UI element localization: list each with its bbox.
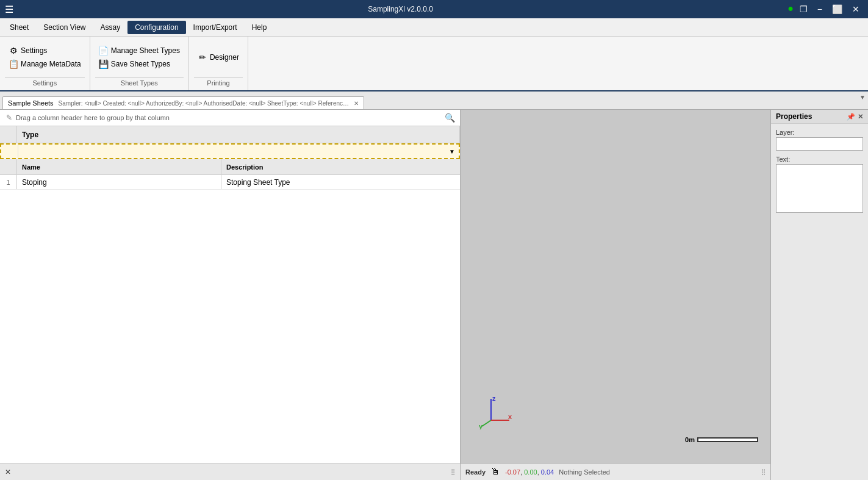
designer-button[interactable]: ✏ Designer — [194, 51, 243, 63]
maximize-btn[interactable]: ⬜ — [828, 3, 846, 15]
status-selected-text: Nothing Selected — [559, 468, 610, 476]
filter-dropdown-btn[interactable]: ▼ — [448, 147, 456, 156]
properties-controls: 📌 ✕ — [847, 113, 863, 121]
tab-info: Sampler: <null> Created: <null> Authoriz… — [59, 100, 351, 107]
sheet-types-icon: 📄 — [99, 46, 109, 56]
filter-row-num — [1, 145, 18, 158]
restore-btn[interactable]: ❐ — [796, 3, 811, 15]
row-number: 1 — [0, 175, 17, 189]
canvas-panel: z y x 0m Ready � — [461, 110, 770, 480]
table-row[interactable]: 1 Stoping Stoping Sheet Type — [0, 175, 460, 190]
tab-bar-scroll[interactable]: ▼ — [859, 94, 866, 101]
save-sheet-types-button[interactable]: 💾 Save Sheet Types — [95, 58, 184, 70]
settings-label: Settings — [21, 46, 47, 55]
settings-button[interactable]: ⚙ Settings — [5, 45, 85, 57]
grid-resize-handle[interactable]: ⣿ — [451, 468, 455, 475]
row-name-cell: Stoping — [17, 175, 221, 189]
ribbon-group-printing: ✏ Designer Printing — [189, 37, 248, 90]
grid-description-column-header[interactable]: Description — [221, 159, 460, 174]
scale-bar: 0m — [685, 436, 758, 443]
sample-sheets-tab[interactable]: Sample Sheets Sampler: <null> Created: <… — [2, 96, 364, 109]
manage-sheet-types-label: Manage Sheet Types — [111, 46, 180, 55]
z-coord: 0.04 — [541, 468, 554, 476]
grid-name-column-header[interactable]: Name — [17, 159, 221, 174]
grid-sub-header: Name Description — [0, 159, 460, 175]
sheet-types-buttons: 📄 Manage Sheet Types 💾 Save Sheet Types — [95, 39, 184, 75]
menu-item-configuration[interactable]: Configuration — [127, 21, 185, 34]
grid-row-num-header — [0, 126, 17, 143]
row-description-cell: Stoping Sheet Type — [221, 175, 460, 189]
tab-bar: Sample Sheets Sampler: <null> Created: <… — [0, 91, 868, 110]
close-btn[interactable]: ✕ — [848, 3, 863, 15]
main-content: ✎ Drag a column header here to group by … — [0, 110, 868, 480]
sub-header-num — [0, 159, 17, 174]
grid-body: 1 Stoping Stoping Sheet Type — [0, 175, 460, 463]
status-coordinates: -0.07, 0.00, 0.04 — [505, 468, 554, 476]
description-column-label: Description — [226, 163, 264, 171]
save-sheet-types-label: Save Sheet Types — [111, 60, 170, 68]
properties-header: Properties 📌 ✕ — [771, 110, 868, 124]
manage-sheet-types-button[interactable]: 📄 Manage Sheet Types — [95, 45, 184, 57]
tab-label: Sample Sheets — [8, 99, 54, 107]
settings-group-label: Settings — [5, 77, 85, 88]
properties-content: Layer: Text: — [771, 124, 868, 220]
tab-close-btn[interactable]: ✕ — [354, 100, 359, 107]
menu-item-help[interactable]: Help — [245, 21, 274, 34]
type-column-label: Type — [22, 131, 38, 139]
properties-pin-btn[interactable]: 📌 — [847, 113, 855, 121]
settings-buttons: ⚙ Settings 📋 Manage MetaData — [5, 39, 85, 75]
grid-filter-row: ▼ — [0, 143, 460, 159]
title-bar-left: ☰ — [5, 4, 13, 15]
text-field-group: Text: — [776, 156, 863, 215]
designer-icon: ✏ — [198, 52, 207, 62]
manage-metadata-label: Manage MetaData — [21, 60, 81, 68]
grid-delete-btn[interactable]: ✕ — [5, 468, 11, 476]
menu-item-section-view[interactable]: Section View — [36, 21, 93, 34]
menu-item-assay[interactable]: Assay — [93, 21, 128, 34]
status-bar: Ready 🖱 -0.07, 0.00, 0.04 Nothing Select… — [461, 463, 770, 480]
layer-label: Layer: — [776, 129, 863, 136]
properties-close-btn[interactable]: ✕ — [858, 113, 863, 121]
below-ribbon: Sample Sheets Sampler: <null> Created: <… — [0, 91, 868, 480]
ribbon-group-sheet-types: 📄 Manage Sheet Types 💾 Save Sheet Types … — [90, 37, 189, 90]
filter-type-cell: ▼ — [18, 145, 459, 158]
text-label: Text: — [776, 156, 863, 163]
search-bar: ✎ Drag a column header here to group by … — [0, 110, 460, 126]
grid-header: Type — [0, 126, 460, 143]
search-button[interactable]: 🔍 — [445, 113, 455, 123]
axis-svg: z y x — [479, 396, 512, 429]
edit-icon[interactable]: ✎ — [5, 112, 13, 123]
scale-bar-line — [697, 437, 758, 442]
menu-item-import-export[interactable]: Import/Export — [186, 21, 245, 34]
grid-type-column-header[interactable]: Type — [17, 126, 460, 143]
app-icon: ☰ — [5, 4, 13, 15]
status-ready-text: Ready — [465, 468, 486, 476]
properties-title: Properties — [776, 112, 812, 121]
svg-text:y: y — [479, 423, 483, 429]
printing-group-label: Printing — [194, 77, 243, 88]
settings-icon: ⚙ — [9, 46, 18, 56]
layer-input[interactable] — [776, 137, 863, 151]
scale-label: 0m — [685, 436, 695, 443]
sheet-types-group-label: Sheet Types — [95, 77, 184, 88]
menu-bar: Sheet Section View Assay Configuration I… — [0, 18, 868, 37]
save-sheet-types-icon: 💾 — [99, 59, 109, 69]
minimize-btn[interactable]: − — [814, 3, 826, 15]
y-coord: 0.00 — [524, 468, 537, 476]
name-column-label: Name — [22, 163, 40, 171]
manage-metadata-button[interactable]: 📋 Manage MetaData — [5, 58, 85, 70]
filter-type-input[interactable] — [21, 145, 448, 157]
x-coord: -0.07 — [505, 468, 520, 476]
row-description-value: Stoping Sheet Type — [226, 178, 290, 187]
printing-buttons: ✏ Designer — [194, 39, 243, 75]
svg-text:x: x — [508, 413, 512, 420]
svg-line-2 — [482, 420, 491, 426]
status-resize[interactable]: ⣿ — [761, 468, 766, 475]
row-name-value: Stoping — [22, 178, 47, 187]
title-bar: ☰ SamplingXl v2.0.0.0 ● ❐ − ⬜ ✕ — [0, 0, 868, 18]
designer-label: Designer — [210, 53, 239, 62]
metadata-icon: 📋 — [9, 59, 18, 69]
data-grid-panel: ✎ Drag a column header here to group by … — [0, 110, 461, 480]
text-textarea[interactable] — [776, 164, 863, 213]
menu-item-sheet[interactable]: Sheet — [2, 21, 36, 34]
